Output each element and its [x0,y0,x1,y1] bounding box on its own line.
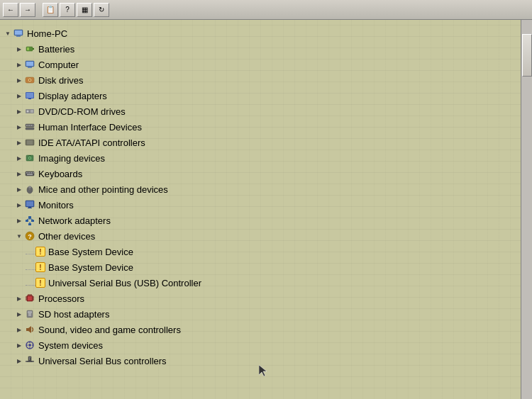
help-button[interactable]: ? [60,3,75,17]
svg-rect-13 [26,93,33,98]
expander-usb-controllers[interactable]: ▶ [14,355,24,366]
tree-item-ide[interactable]: ▶IDE ATA/ATAPI controllers [0,135,532,150]
tree-item-other[interactable]: ▼?Other devices [0,228,532,244]
expander-display-adapters[interactable]: ▶ [14,90,24,101]
label-system-devices: System devices [38,340,103,351]
svg-point-30 [29,157,31,159]
svg-rect-23 [26,128,34,130]
tree-item-monitors[interactable]: ▶Monitors [0,197,532,213]
scrollbar-thumb[interactable] [522,34,532,77]
tree-item-hid[interactable]: ▶Human Interface Devices [0,119,532,135]
expander-usb-ctrl[interactable] [26,278,35,286]
label-imaging: Imaging devices [38,153,105,164]
expander-home-pc[interactable]: ▼ [3,28,13,39]
content-area: ▼Home-PC▶Batteries▶Computer▶Disk drives▶… [0,20,532,399]
icon-ide [24,137,35,148]
svg-rect-44 [28,208,32,208]
svg-rect-47 [31,220,34,222]
label-processors: Processors [38,293,84,304]
expander-processors[interactable]: ▶ [14,293,24,304]
label-mice: Mice and other pointing devices [38,184,168,195]
svg-rect-2 [15,30,22,35]
expander-batteries[interactable]: ▶ [14,43,24,55]
icon-mice [24,184,35,195]
tree-item-base2[interactable]: !Base System Device [0,259,532,275]
expander-base2[interactable] [26,262,35,270]
grid-button[interactable]: ▦ [77,3,92,17]
svg-rect-42 [26,201,33,206]
svg-point-11 [29,79,31,81]
svg-rect-32 [26,172,34,176]
tree-item-base1[interactable]: !Base System Device [0,244,532,259]
expander-dvd[interactable]: ▶ [14,106,24,117]
icon-processors [24,293,35,304]
tree-item-imaging[interactable]: ▶Imaging devices [0,150,532,166]
label-base1: Base System Device [48,247,133,257]
expander-disk-drives[interactable]: ▶ [14,74,24,86]
expander-base1[interactable] [26,247,35,254]
refresh-button[interactable]: ↻ [94,3,109,17]
tree-item-disk-drives[interactable]: ▶Disk drives [0,72,532,88]
tree-item-usb-ctrl[interactable]: !Universal Serial Bus (USB) Controller [0,275,532,291]
svg-rect-79 [27,361,33,362]
expander-system-devices[interactable]: ▶ [14,339,24,351]
svg-rect-19 [26,125,28,126]
properties-button[interactable]: 📋 [43,3,58,17]
tree-item-computer[interactable]: ▶Computer [0,57,532,72]
svg-line-50 [27,218,30,220]
svg-rect-1 [16,35,21,37]
icon-home-pc [13,28,24,39]
forward-button[interactable]: → [20,3,35,17]
icon-disk-drives [24,74,35,86]
tree-item-dvd[interactable]: ▶DVD/CD-ROM drives [0,103,532,119]
tree-item-display-adapters[interactable]: ▶Display adapters [0,88,532,103]
scrollbar[interactable] [521,20,532,399]
svg-rect-7 [26,62,33,66]
icon-display-adapters [24,90,35,101]
svg-rect-37 [27,174,33,176]
icon-usb-ctrl: ! [35,278,45,288]
expander-keyboards[interactable]: ▶ [14,168,24,179]
svg-rect-70 [26,328,28,331]
expander-monitors[interactable]: ▶ [14,199,24,210]
label-network: Network adapters [38,215,111,226]
tree-item-processors[interactable]: ▶Processors [0,291,532,306]
back-button[interactable]: ← [3,3,18,17]
label-other: Other devices [38,231,95,242]
tree-item-mice[interactable]: ▶Mice and other pointing devices [0,181,532,197]
icon-keyboards [24,168,35,179]
expander-hid[interactable]: ▶ [14,121,24,133]
svg-rect-35 [31,172,32,174]
tree-item-sd-host[interactable]: ▶SD host adapters [0,306,532,322]
svg-rect-33 [26,172,28,174]
svg-line-51 [30,218,33,220]
expander-sd-host[interactable]: ▶ [14,308,24,320]
tree-item-batteries[interactable]: ▶Batteries [0,41,532,57]
svg-rect-82 [29,358,30,360]
tree-item-sound[interactable]: ▶Sound, video and game controllers [0,322,532,337]
svg-rect-46 [26,220,28,222]
icon-base1: ! [35,247,45,257]
expander-other[interactable]: ▼ [14,230,24,242]
icon-dvd [24,106,35,117]
expander-imaging[interactable]: ▶ [14,152,24,164]
label-batteries: Batteries [38,44,74,55]
expander-sound[interactable]: ▶ [14,324,24,335]
expander-computer[interactable]: ▶ [14,59,24,70]
svg-rect-34 [28,172,30,174]
tree-item-usb-controllers[interactable]: ▶Universal Serial Bus controllers [0,353,532,369]
svg-rect-20 [28,125,30,126]
expander-network[interactable]: ▶ [14,215,24,226]
expander-mice[interactable]: ▶ [14,184,24,195]
tree-item-keyboards[interactable]: ▶Keyboards [0,166,532,181]
label-computer: Computer [38,60,79,70]
svg-rect-21 [31,125,32,126]
icon-batteries [24,43,35,55]
label-hid: Human Interface Devices [38,122,142,133]
icon-computer [24,59,35,70]
expander-ide[interactable]: ▶ [14,137,24,148]
svg-rect-22 [33,125,33,126]
tree-item-system-devices[interactable]: ▶System devices [0,337,532,353]
tree-item-home-pc[interactable]: ▼Home-PC [0,26,532,41]
tree-item-network[interactable]: ▶Network adapters [0,213,532,228]
